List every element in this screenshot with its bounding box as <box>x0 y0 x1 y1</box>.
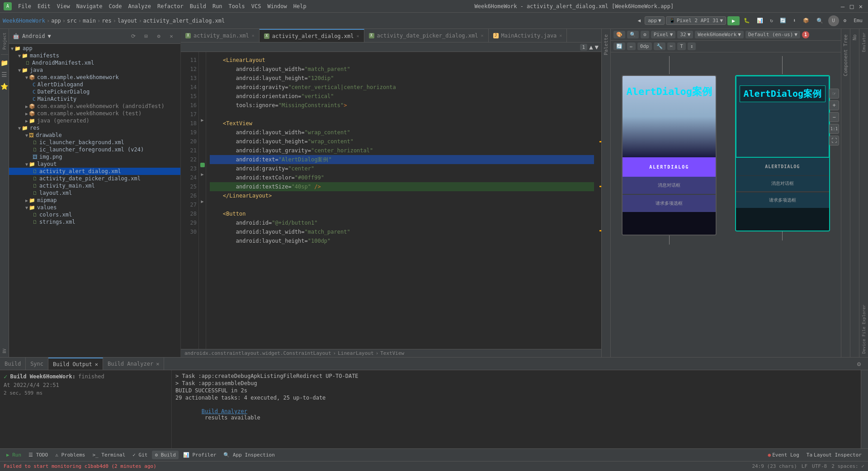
project-settings-icon[interactable]: ⚙ <box>153 31 164 42</box>
build-variants-icon[interactable]: BV <box>0 347 9 355</box>
problems-btn[interactable]: ⚠ Problems <box>52 451 88 459</box>
tree-item-colors-xml[interactable]: 🗋 colors.xml <box>9 211 180 218</box>
collapse-all-icon[interactable]: ⊟ <box>141 31 151 42</box>
device1-btn-alertdialog[interactable]: ALERTDIALOG <box>623 157 716 177</box>
emulator-side-btn[interactable]: Emu <box>851 16 865 25</box>
preview-tool4[interactable]: ↕ <box>688 42 696 50</box>
menu-tools[interactable]: Tools <box>226 2 248 10</box>
tree-item-pkg3[interactable]: ▶ 📦 com.example.week6homework (test) <box>9 110 180 117</box>
emulator-right-label[interactable]: Emulator <box>861 31 867 54</box>
breadcrumb-res[interactable]: res <box>102 18 112 24</box>
device-file-explorer-label[interactable]: Device File Explorer <box>861 303 867 355</box>
tree-item-alertdialogand[interactable]: C AlertDialogand <box>9 81 180 88</box>
sdk-update-btn[interactable]: ⬇ <box>790 16 799 25</box>
tree-item-mainactivity[interactable]: C MainActivity <box>9 95 180 103</box>
menu-navigate[interactable]: Navigate <box>74 2 105 10</box>
tab-activity-alert-dialog[interactable]: X activity_alert_dialog.xml ✕ <box>259 29 364 42</box>
settings-button[interactable]: ⚙ <box>841 16 849 25</box>
debug-button[interactable]: 🐛 <box>741 16 753 25</box>
bottom-tab-build[interactable]: Build <box>0 358 26 370</box>
run-button[interactable]: ▶ <box>727 16 740 25</box>
tab-mainactivity-java[interactable]: J MainActivity.java ✕ <box>489 29 567 42</box>
device2-btn-alertdialog[interactable]: ALERTDIALOG <box>736 157 829 175</box>
sync-button[interactable]: ↻ <box>767 16 776 25</box>
terminal-btn[interactable]: >_ Terminal <box>90 451 128 459</box>
code-area[interactable]: <LinearLayout android:layout_width="matc… <box>206 52 598 349</box>
preview-locale-selector[interactable]: Default (en-us) ▼ <box>745 31 800 38</box>
build-btn[interactable]: ⚙ Build <box>152 451 178 459</box>
preview-project-selector[interactable]: Week6HomeWork ▼ <box>695 31 744 38</box>
menu-view[interactable]: View <box>54 2 73 10</box>
window-action-controls[interactable]: — □ ✕ <box>839 3 864 10</box>
tree-item-pkg1[interactable]: ▼ 📦 com.example.week6homework <box>9 74 180 81</box>
bottom-tab-build-analyzer-close[interactable]: ✕ <box>156 361 159 367</box>
device-selector[interactable]: 📱 Pixel 2 API 31 ▼ <box>666 16 726 25</box>
cursor-tool-btn[interactable]: ☞ <box>829 89 839 99</box>
tree-item-datepickerdialog[interactable]: C DatePickerDialog <box>9 88 180 95</box>
app-inspection-btn[interactable]: 🔍 App Inspection <box>221 451 277 459</box>
breadcrumb-linearlayout[interactable]: LinearLayout <box>338 350 373 356</box>
tree-item-java-generated[interactable]: ▶ 📁 java (generated) <box>9 117 180 124</box>
device2-btn-action2[interactable]: 请求多项选框 <box>736 192 829 208</box>
bottom-settings-icon[interactable]: ⚙ <box>854 358 864 369</box>
app-selector[interactable]: app ▼ <box>645 16 665 25</box>
menu-help[interactable]: Help <box>291 2 309 10</box>
tree-item-ic-launcher-foreground[interactable]: 🗋 ic_launcher_foreground.xml (v24) <box>9 146 180 153</box>
structure-icon[interactable]: ☰ <box>0 69 10 80</box>
resource-manager-icon[interactable]: 📁 <box>0 57 10 68</box>
device1-btn-action2[interactable]: 请求多项选框 <box>623 195 716 212</box>
breadcrumb-main[interactable]: main <box>83 18 96 24</box>
tree-item-androidmanifest[interactable]: 🗋 AndroidManifest.xml <box>9 59 180 66</box>
tree-item-mipmap[interactable]: ▶ 📁 mipmap <box>9 197 180 204</box>
expand-icon-18[interactable]: ▶ <box>201 118 203 122</box>
tab-activity-date-picker[interactable]: X activity_date_picker_dialog.xml ✕ <box>364 29 489 42</box>
expand-icon-24[interactable]: ▶ <box>201 172 203 177</box>
tree-item-pkg2[interactable]: ▶ 📦 com.example.week6homework (androidTe… <box>9 103 180 110</box>
tree-item-activity-date-picker[interactable]: 🗋 activity_date_picker_dialog.xml <box>9 175 180 182</box>
breadcrumb-constraintlayout[interactable]: androidx.constraintlayout.widget.Constra… <box>184 350 331 356</box>
tree-item-activity-alert-dialog[interactable]: 🗋 activity_alert_dialog.xml <box>9 168 180 175</box>
user-avatar[interactable]: U <box>828 15 839 26</box>
preview-validation[interactable]: 1 <box>802 31 809 38</box>
profiler-btn[interactable]: 📊 Profiler <box>180 451 219 459</box>
window-controls[interactable]: A <box>4 2 12 10</box>
profile-button[interactable]: 📊 <box>754 16 766 25</box>
breadcrumb-src[interactable]: src <box>67 18 77 24</box>
git-btn[interactable]: ✓ Git <box>130 451 150 459</box>
tree-item-app[interactable]: ▼ 📁 app <box>9 45 180 52</box>
sync-project-icon[interactable]: ⟳ <box>128 31 139 42</box>
breadcrumb-app[interactable]: app <box>51 18 61 24</box>
bottom-tab-sync[interactable]: Sync <box>26 358 48 370</box>
device2-btn-action1[interactable]: 消息对话框 <box>736 175 829 191</box>
preview-device-selector[interactable]: Pixel ▼ <box>651 31 676 38</box>
gradle-sync-btn[interactable]: 🔄 <box>777 16 789 25</box>
tree-item-res[interactable]: ▼ 📁 res <box>9 124 180 132</box>
search-button[interactable]: 🔍 <box>814 14 826 27</box>
zoom-out-btn[interactable]: − <box>829 112 839 122</box>
device1-btn-action1[interactable]: 消息对话框 <box>623 177 716 194</box>
preview-tool1[interactable]: 🔧 <box>654 42 665 50</box>
run-btn-bottom[interactable]: ▶ Run <box>4 451 24 459</box>
bottom-tab-build-output-close[interactable]: ✕ <box>95 361 98 367</box>
tree-item-values[interactable]: ▼ 📁 values <box>9 204 180 211</box>
expand-icon-27[interactable]: ▶ <box>201 199 203 204</box>
minimize-button[interactable]: — <box>839 3 846 10</box>
tab-activity-main[interactable]: X activity_main.xml ✕ <box>181 29 259 42</box>
code-scroll[interactable]: 11 12 13 14 15 16 17 18 19 20 21 22 23 2… <box>181 52 601 349</box>
close-button[interactable]: ✕ <box>857 3 864 10</box>
preview-toolbar-icon1[interactable]: 🎨 <box>613 31 625 38</box>
bottom-tab-build-output[interactable]: Build Output ✕ <box>48 358 103 370</box>
menu-refactor[interactable]: Refactor <box>155 2 186 10</box>
gradle-btn2[interactable]: 📦 <box>800 16 812 25</box>
preview-tool3[interactable]: T <box>677 42 686 50</box>
tab-mainactivity-java-close[interactable]: ✕ <box>559 33 562 38</box>
zoom-device-btn[interactable]: ⛶ <box>829 136 839 146</box>
close-project-panel-icon[interactable]: ✕ <box>166 31 177 42</box>
attributes-panel-label[interactable]: No <box>851 31 859 44</box>
preview-live-edit[interactable]: ✏ <box>627 42 636 50</box>
tree-item-activity-main-xml[interactable]: 🗋 activity_main.xml <box>9 182 180 189</box>
menu-edit[interactable]: Edit <box>35 2 53 10</box>
tree-item-ic-launcher-background[interactable]: 🗋 ic_launcher_background.xml <box>9 139 180 146</box>
menu-run[interactable]: Run <box>210 2 225 10</box>
nav-down-arrow[interactable]: ▼ <box>595 43 599 51</box>
